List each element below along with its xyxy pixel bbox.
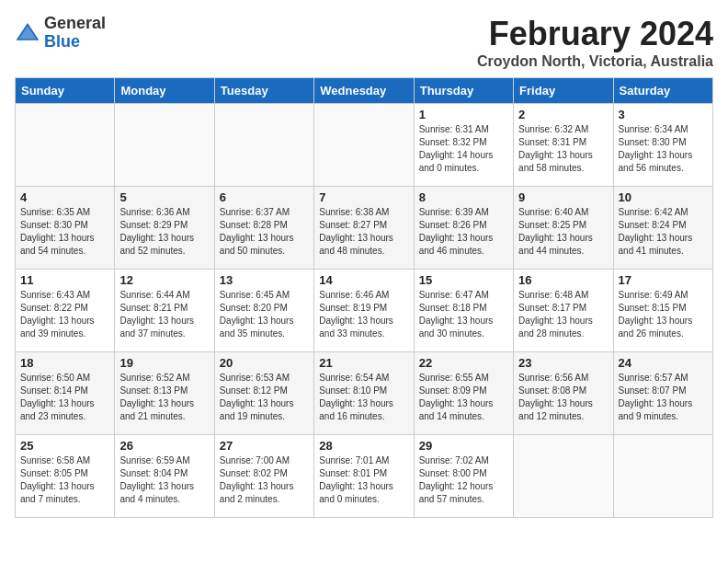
location-title: Croydon North, Victoria, Australia: [477, 53, 713, 70]
day-info: Sunrise: 6:54 AM Sunset: 8:10 PM Dayligh…: [319, 372, 408, 423]
day-number: 7: [319, 190, 408, 204]
day-info: Sunrise: 6:58 AM Sunset: 8:05 PM Dayligh…: [20, 454, 109, 506]
day-info: Sunrise: 6:39 AM Sunset: 8:26 PM Dayligh…: [419, 206, 508, 258]
calendar-cell: [613, 435, 712, 518]
week-row-2: 4Sunrise: 6:35 AM Sunset: 8:30 PM Daylig…: [16, 187, 713, 270]
calendar-cell: 8Sunrise: 6:39 AM Sunset: 8:26 PM Daylig…: [414, 187, 513, 270]
day-info: Sunrise: 6:42 AM Sunset: 8:24 PM Dayligh…: [619, 206, 708, 258]
day-info: Sunrise: 6:32 AM Sunset: 8:31 PM Dayligh…: [518, 123, 608, 175]
calendar-cell: 15Sunrise: 6:47 AM Sunset: 8:18 PM Dayli…: [414, 270, 513, 352]
day-info: Sunrise: 6:35 AM Sunset: 8:30 PM Dayligh…: [20, 206, 109, 258]
day-number: 8: [419, 190, 508, 204]
day-number: 2: [518, 108, 608, 121]
calendar-cell: 1Sunrise: 6:31 AM Sunset: 8:32 PM Daylig…: [414, 104, 513, 187]
logo-text: General Blue: [44, 15, 106, 52]
calendar-cell: 20Sunrise: 6:53 AM Sunset: 8:12 PM Dayli…: [214, 352, 313, 435]
day-number: 20: [220, 356, 309, 370]
day-number: 19: [119, 356, 209, 370]
calendar-cell: 3Sunrise: 6:34 AM Sunset: 8:30 PM Daylig…: [613, 104, 712, 187]
day-number: 5: [119, 190, 209, 204]
week-row-3: 11Sunrise: 6:43 AM Sunset: 8:22 PM Dayli…: [16, 270, 713, 352]
logo: General Blue: [15, 15, 106, 52]
calendar-cell: 19Sunrise: 6:52 AM Sunset: 8:13 PM Dayli…: [115, 352, 214, 435]
calendar-cell: 9Sunrise: 6:40 AM Sunset: 8:25 PM Daylig…: [514, 187, 613, 270]
calendar-cell: 6Sunrise: 6:37 AM Sunset: 8:28 PM Daylig…: [214, 187, 313, 270]
day-info: Sunrise: 7:00 AM Sunset: 8:02 PM Dayligh…: [220, 454, 309, 506]
logo-icon: [15, 20, 40, 46]
day-number: 27: [220, 439, 309, 453]
day-info: Sunrise: 7:01 AM Sunset: 8:01 PM Dayligh…: [319, 454, 408, 506]
calendar-cell: 16Sunrise: 6:48 AM Sunset: 8:17 PM Dayli…: [514, 270, 613, 352]
day-header-friday: Friday: [514, 78, 613, 104]
calendar-cell: 25Sunrise: 6:58 AM Sunset: 8:05 PM Dayli…: [16, 435, 115, 518]
day-header-sunday: Sunday: [16, 78, 115, 104]
day-info: Sunrise: 6:57 AM Sunset: 8:07 PM Dayligh…: [619, 372, 708, 423]
day-number: 1: [419, 108, 508, 121]
day-number: 18: [20, 356, 109, 370]
day-header-tuesday: Tuesday: [214, 78, 313, 104]
day-number: 21: [319, 356, 408, 370]
day-info: Sunrise: 6:37 AM Sunset: 8:28 PM Dayligh…: [220, 206, 309, 258]
day-info: Sunrise: 6:47 AM Sunset: 8:18 PM Dayligh…: [419, 289, 508, 340]
calendar-cell: 10Sunrise: 6:42 AM Sunset: 8:24 PM Dayli…: [613, 187, 712, 270]
day-info: Sunrise: 6:50 AM Sunset: 8:14 PM Dayligh…: [20, 372, 109, 423]
calendar-body: 1Sunrise: 6:31 AM Sunset: 8:32 PM Daylig…: [16, 104, 713, 518]
day-info: Sunrise: 6:43 AM Sunset: 8:22 PM Dayligh…: [20, 289, 109, 340]
day-info: Sunrise: 6:52 AM Sunset: 8:13 PM Dayligh…: [119, 372, 209, 423]
calendar-cell: 24Sunrise: 6:57 AM Sunset: 8:07 PM Dayli…: [613, 352, 712, 435]
day-number: 10: [619, 190, 708, 204]
day-info: Sunrise: 6:49 AM Sunset: 8:15 PM Dayligh…: [619, 289, 708, 340]
day-number: 17: [619, 273, 708, 287]
day-number: 9: [518, 190, 608, 204]
day-header-wednesday: Wednesday: [314, 78, 414, 104]
calendar-cell: 12Sunrise: 6:44 AM Sunset: 8:21 PM Dayli…: [115, 270, 214, 352]
calendar-cell: [514, 435, 613, 518]
calendar-cell: [16, 104, 115, 187]
logo-blue-text: Blue: [44, 32, 80, 51]
day-number: 11: [20, 273, 109, 287]
day-info: Sunrise: 6:31 AM Sunset: 8:32 PM Dayligh…: [419, 123, 508, 175]
calendar-table: SundayMondayTuesdayWednesdayThursdayFrid…: [15, 77, 713, 518]
day-info: Sunrise: 6:40 AM Sunset: 8:25 PM Dayligh…: [518, 206, 608, 258]
calendar-cell: 18Sunrise: 6:50 AM Sunset: 8:14 PM Dayli…: [16, 352, 115, 435]
calendar-cell: [214, 104, 313, 187]
title-block: February 2024 Croydon North, Victoria, A…: [477, 15, 713, 70]
calendar-cell: 23Sunrise: 6:56 AM Sunset: 8:08 PM Dayli…: [514, 352, 613, 435]
calendar-cell: 17Sunrise: 6:49 AM Sunset: 8:15 PM Dayli…: [613, 270, 712, 352]
day-info: Sunrise: 6:48 AM Sunset: 8:17 PM Dayligh…: [518, 289, 608, 340]
day-info: Sunrise: 6:44 AM Sunset: 8:21 PM Dayligh…: [119, 289, 209, 340]
calendar-cell: 21Sunrise: 6:54 AM Sunset: 8:10 PM Dayli…: [314, 352, 414, 435]
calendar-cell: 27Sunrise: 7:00 AM Sunset: 8:02 PM Dayli…: [214, 435, 313, 518]
day-info: Sunrise: 6:55 AM Sunset: 8:09 PM Dayligh…: [419, 372, 508, 423]
day-number: 23: [518, 356, 608, 370]
day-number: 16: [518, 273, 608, 287]
calendar-cell: 11Sunrise: 6:43 AM Sunset: 8:22 PM Dayli…: [16, 270, 115, 352]
day-info: Sunrise: 6:56 AM Sunset: 8:08 PM Dayligh…: [518, 372, 608, 423]
day-number: 28: [319, 439, 408, 453]
day-number: 13: [220, 273, 309, 287]
calendar-cell: 7Sunrise: 6:38 AM Sunset: 8:27 PM Daylig…: [314, 187, 414, 270]
calendar-header: SundayMondayTuesdayWednesdayThursdayFrid…: [16, 78, 713, 104]
week-row-1: 1Sunrise: 6:31 AM Sunset: 8:32 PM Daylig…: [16, 104, 713, 187]
day-number: 4: [20, 190, 109, 204]
calendar-cell: [314, 104, 414, 187]
day-info: Sunrise: 6:46 AM Sunset: 8:19 PM Dayligh…: [319, 289, 408, 340]
week-row-4: 18Sunrise: 6:50 AM Sunset: 8:14 PM Dayli…: [16, 352, 713, 435]
week-row-5: 25Sunrise: 6:58 AM Sunset: 8:05 PM Dayli…: [16, 435, 713, 518]
day-number: 3: [619, 108, 708, 121]
day-info: Sunrise: 6:38 AM Sunset: 8:27 PM Dayligh…: [319, 206, 408, 258]
day-number: 22: [419, 356, 508, 370]
calendar-cell: 5Sunrise: 6:36 AM Sunset: 8:29 PM Daylig…: [115, 187, 214, 270]
month-title: February 2024: [477, 15, 713, 53]
calendar-cell: 2Sunrise: 6:32 AM Sunset: 8:31 PM Daylig…: [514, 104, 613, 187]
day-header-saturday: Saturday: [613, 78, 712, 104]
calendar-cell: 14Sunrise: 6:46 AM Sunset: 8:19 PM Dayli…: [314, 270, 414, 352]
day-number: 24: [619, 356, 708, 370]
day-number: 29: [419, 439, 508, 453]
calendar-cell: 13Sunrise: 6:45 AM Sunset: 8:20 PM Dayli…: [214, 270, 313, 352]
logo-general-text: General: [44, 14, 106, 32]
day-info: Sunrise: 6:34 AM Sunset: 8:30 PM Dayligh…: [619, 123, 708, 175]
calendar-cell: 28Sunrise: 7:01 AM Sunset: 8:01 PM Dayli…: [314, 435, 414, 518]
day-info: Sunrise: 6:36 AM Sunset: 8:29 PM Dayligh…: [119, 206, 209, 258]
day-header-monday: Monday: [115, 78, 214, 104]
